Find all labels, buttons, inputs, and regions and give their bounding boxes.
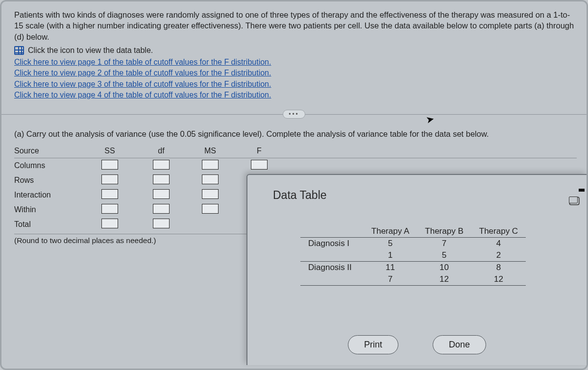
col-ss: SS [83,147,137,155]
anova-header-row: Source SS df MS F [14,144,577,158]
cell: 8 [471,262,526,274]
part-a-text: (a) Carry out the analysis of variance (… [14,129,577,139]
table-icon [14,46,24,55]
cell: 2 [471,249,526,262]
table-row: 7 12 12 [300,273,526,286]
input-ms-rows[interactable] [202,174,219,184]
row-label: Diagnosis I [300,238,364,250]
th-blank [300,225,364,238]
cell: 1 [364,249,417,262]
col-ms: MS [186,147,235,155]
cell: 11 [364,262,417,274]
data-table: Therapy A Therapy B Therapy C Diagnosis … [300,225,526,286]
col-df: df [137,147,186,155]
print-button[interactable]: Print [348,335,398,354]
view-data-table-label: Click the icon to view the data table. [28,46,153,55]
input-f-columns[interactable] [251,160,268,170]
modal-button-row: Print Done [247,335,587,354]
cell: 12 [417,273,471,286]
input-df-columns[interactable] [153,160,170,170]
anova-row-columns: Columns [14,158,577,173]
section-divider: ••• [1,114,587,115]
col-f: F [235,147,284,155]
input-ss-rows[interactable] [101,174,118,184]
anova-label: Columns [14,161,83,170]
input-df-rows[interactable] [153,174,170,184]
anova-label: Total [14,220,83,229]
f-dist-link-1[interactable]: Click here to view page 1 of the table o… [14,57,271,68]
cell: 4 [471,238,526,250]
input-ss-columns[interactable] [101,160,118,170]
input-ms-within[interactable] [202,204,219,214]
problem-statement: Patients with two kinds of diagnoses wer… [14,9,577,42]
input-df-interaction[interactable] [153,189,170,199]
cell: 5 [364,238,417,250]
copy-icon[interactable] [569,197,578,203]
data-table-modal: Data Table Therapy A Therapy B Therapy C… [246,174,587,365]
anova-label: Interaction [14,191,83,199]
input-ms-columns[interactable] [202,160,219,170]
input-ss-interaction[interactable] [101,189,118,199]
f-dist-link-3[interactable]: Click here to view page 3 of the table o… [14,79,271,90]
input-ss-total[interactable] [101,219,118,228]
col-source: Source [14,147,83,155]
rounding-note: (Round to two decimal places as needed.) [14,234,259,245]
input-ms-interaction[interactable] [202,189,219,199]
th-therapy-a: Therapy A [364,225,417,238]
scroll-marker [579,189,585,192]
anova-label: Rows [14,176,83,185]
th-therapy-b: Therapy B [417,225,471,238]
view-data-table-line[interactable]: Click the icon to view the data table. [14,46,577,55]
f-dist-link-4[interactable]: Click here to view page 4 of the table o… [14,90,271,100]
cell: 12 [471,273,526,286]
cell: 10 [417,262,471,274]
question-panel: Patients with two kinds of diagnoses wer… [0,0,588,370]
modal-title: Data Table [273,189,580,202]
row-label [300,273,364,286]
cell: 5 [417,249,471,262]
input-df-total[interactable] [153,219,170,228]
row-label: Diagnosis II [300,262,364,274]
input-ss-within[interactable] [101,204,118,214]
f-dist-link-2[interactable]: Click here to view page 2 of the table o… [14,68,271,78]
anova-label: Within [14,205,83,214]
done-button[interactable]: Done [433,335,486,354]
th-therapy-c: Therapy C [471,225,526,238]
input-df-within[interactable] [153,204,170,214]
table-row: 1 5 2 [300,249,526,262]
table-row: Diagnosis II 11 10 8 [300,262,526,274]
row-label [300,249,364,262]
table-row: Diagnosis I 5 7 4 [300,238,526,250]
cell: 7 [417,238,471,250]
cell: 7 [364,273,417,286]
drag-handle-icon[interactable]: ••• [283,110,305,119]
